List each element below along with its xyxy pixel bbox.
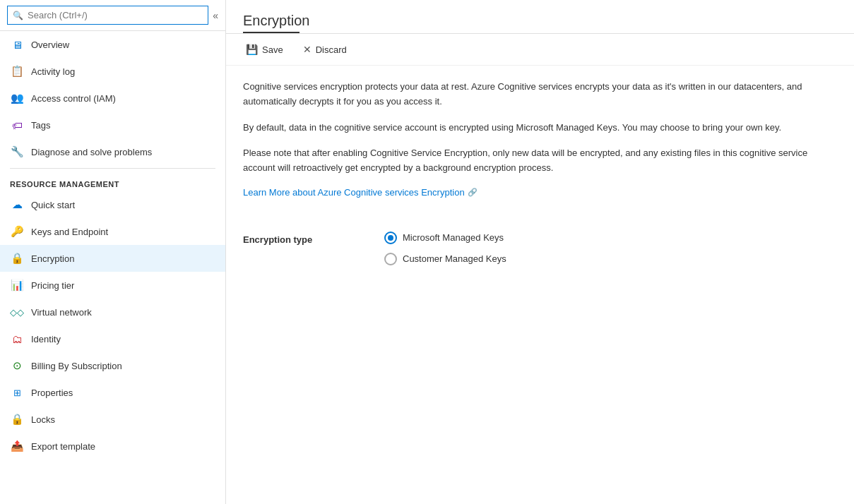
sidebar-item-label: Keys and Endpoint — [31, 227, 108, 237]
pricing-tier-icon: 📊 — [10, 278, 24, 292]
encryption-type-section: Encryption type Microsoft Managed Keys C… — [243, 232, 837, 265]
sidebar-item-identity[interactable]: 🗂 Identity — [0, 325, 225, 352]
encryption-icon: 🔒 — [10, 251, 24, 265]
main-content: Encryption 💾 Save ✕ Discard Cognitive se… — [226, 0, 854, 504]
sidebar: 🔍 « 🖥 Overview 📋 Activity log 👥 Access c… — [0, 0, 226, 504]
sidebar-item-label: Pricing tier — [31, 280, 74, 291]
sidebar-item-encryption[interactable]: 🔒 Encryption — [0, 245, 225, 272]
sidebar-item-properties[interactable]: ⊞ Properties — [0, 379, 225, 406]
sidebar-item-diagnose[interactable]: 🔧 Diagnose and solve problems — [0, 138, 225, 165]
billing-icon: ⊙ — [10, 359, 24, 373]
search-input[interactable] — [7, 6, 208, 25]
sidebar-item-tags[interactable]: 🏷 Tags — [0, 112, 225, 138]
page-title-underline — [243, 32, 300, 33]
page-title: Encryption — [243, 13, 837, 29]
access-control-icon: 👥 — [10, 91, 24, 105]
sidebar-item-pricing-tier[interactable]: 📊 Pricing tier — [0, 272, 225, 299]
encryption-type-label: Encryption type — [243, 232, 356, 245]
sidebar-item-activity-log[interactable]: 📋 Activity log — [0, 58, 225, 85]
save-button[interactable]: 💾 Save — [243, 42, 286, 56]
sidebar-item-label: Properties — [31, 388, 73, 398]
sidebar-item-label: Diagnose and solve problems — [31, 147, 152, 157]
sidebar-item-billing[interactable]: ⊙ Billing By Subscription — [0, 352, 225, 379]
activity-log-icon: 📋 — [10, 64, 24, 78]
sidebar-item-label: Overview — [31, 40, 69, 50]
virtual-network-icon: ◇◇ — [10, 305, 24, 319]
overview-icon: 🖥 — [10, 37, 24, 52]
sidebar-item-locks[interactable]: 🔒 Locks — [0, 406, 225, 433]
sidebar-item-label: Virtual network — [31, 307, 92, 318]
sidebar-item-quick-start[interactable]: ☁ Quick start — [0, 191, 225, 218]
identity-icon: 🗂 — [10, 332, 24, 346]
radio-customer-managed[interactable]: Customer Managed Keys — [384, 253, 506, 265]
sidebar-item-label: Export template — [31, 441, 95, 452]
radio-group: Microsoft Managed Keys Customer Managed … — [384, 232, 506, 265]
radio-microsoft-managed-label: Microsoft Managed Keys — [403, 232, 504, 243]
nav-items: 🖥 Overview 📋 Activity log 👥 Access contr… — [0, 31, 225, 504]
save-label: Save — [262, 44, 283, 55]
sidebar-item-access-control[interactable]: 👥 Access control (IAM) — [0, 85, 225, 112]
export-template-icon: 📤 — [10, 439, 24, 453]
content-body: Cognitive services encryption protects y… — [226, 66, 854, 280]
sidebar-item-label: Activity log — [31, 66, 75, 77]
external-link-icon: 🔗 — [468, 188, 478, 197]
sidebar-item-label: Tags — [31, 120, 50, 131]
learn-more-text: Learn More about Azure Cognitive service… — [243, 187, 465, 198]
collapse-button[interactable]: « — [213, 10, 218, 21]
resource-management-header: RESOURCE MANAGEMENT — [0, 172, 225, 191]
sidebar-item-label: Encryption — [31, 253, 74, 264]
discard-button[interactable]: ✕ Discard — [300, 42, 350, 56]
description-3: Please note that after enabling Cognitiv… — [243, 146, 822, 176]
sidebar-item-label: Identity — [31, 334, 61, 344]
radio-customer-managed-input[interactable] — [384, 253, 397, 265]
sidebar-item-label: Locks — [31, 414, 55, 425]
sidebar-item-label: Billing By Subscription — [31, 361, 122, 371]
diagnose-icon: 🔧 — [10, 145, 24, 159]
description-1: Cognitive services encryption protects y… — [243, 80, 822, 109]
tags-icon: 🏷 — [10, 118, 24, 132]
locks-icon: 🔒 — [10, 412, 24, 426]
sidebar-item-overview[interactable]: 🖥 Overview — [0, 31, 225, 58]
toolbar: 💾 Save ✕ Discard — [226, 34, 854, 66]
discard-label: Discard — [316, 44, 347, 55]
quick-start-icon: ☁ — [10, 198, 24, 212]
radio-microsoft-managed-input[interactable] — [384, 232, 397, 244]
save-icon: 💾 — [246, 44, 258, 55]
sidebar-item-keys-endpoint[interactable]: 🔑 Keys and Endpoint — [0, 218, 225, 245]
search-icon: 🔍 — [13, 11, 23, 20]
keys-endpoint-icon: 🔑 — [10, 224, 24, 239]
discard-icon: ✕ — [303, 44, 312, 55]
radio-customer-managed-label: Customer Managed Keys — [403, 253, 506, 264]
learn-more-link[interactable]: Learn More about Azure Cognitive service… — [243, 187, 478, 198]
sidebar-item-virtual-network[interactable]: ◇◇ Virtual network — [0, 299, 225, 325]
sidebar-item-label: Access control (IAM) — [31, 93, 116, 104]
search-bar: 🔍 « — [0, 0, 225, 31]
page-header: Encryption — [226, 0, 854, 34]
divider — [10, 168, 215, 169]
sidebar-item-label: Quick start — [31, 200, 75, 210]
sidebar-item-export-template[interactable]: 📤 Export template — [0, 433, 225, 460]
description-2: By default, data in the cognitive servic… — [243, 121, 822, 136]
properties-icon: ⊞ — [10, 385, 24, 400]
radio-microsoft-managed[interactable]: Microsoft Managed Keys — [384, 232, 506, 244]
